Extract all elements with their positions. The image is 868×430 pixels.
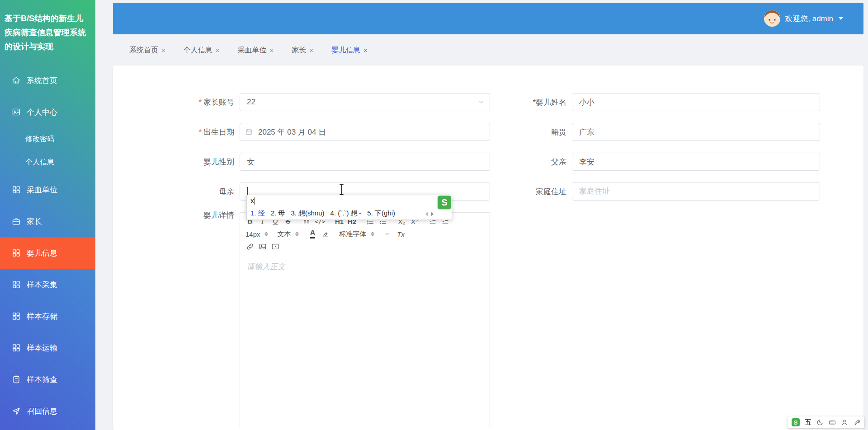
field-label-baby-name: *婴儿姓名 bbox=[490, 97, 572, 108]
sidebar-item-label: 采血单位 bbox=[27, 185, 57, 195]
parent-account-value[interactable] bbox=[240, 93, 490, 111]
required-mark: * bbox=[198, 128, 202, 136]
ime-next-button[interactable] bbox=[431, 212, 434, 216]
sidebar-item-change-password[interactable]: 修改密码 bbox=[0, 128, 95, 151]
ime-mode-indicator[interactable]: 五 bbox=[805, 418, 811, 427]
rich-text-editor: B I U S </> H1 H2 X₂ bbox=[240, 212, 490, 428]
required-mark: * bbox=[533, 98, 536, 107]
briefcase-icon bbox=[12, 217, 21, 226]
editor-toolbar-row: 14px 文本 A 标准字体 Tx bbox=[244, 228, 486, 240]
person-icon[interactable] bbox=[841, 419, 848, 426]
native-place-input[interactable] bbox=[572, 123, 820, 141]
tab-personal-info[interactable]: 个人信息 × bbox=[184, 46, 220, 55]
grid-icon bbox=[12, 185, 21, 194]
grid-icon bbox=[12, 280, 21, 289]
ime-candidate[interactable]: 4. (ˇ.ˇ) 想~ bbox=[330, 209, 362, 218]
text-type-dropdown[interactable]: 文本 bbox=[276, 229, 301, 240]
close-icon[interactable]: × bbox=[161, 47, 165, 54]
field-label-birth-date: *出生日期 bbox=[113, 127, 240, 137]
grid-icon bbox=[12, 343, 21, 352]
chevron-down-icon bbox=[478, 99, 485, 106]
app-title: 基于B/S结构的新生儿 疾病筛查信息管理系统 的设计与实现 bbox=[0, 0, 95, 54]
baby-name-input[interactable] bbox=[572, 93, 820, 111]
sidebar-item-label: 个人信息 bbox=[25, 158, 54, 167]
user-menu[interactable]: 欢迎您, admin bbox=[764, 10, 843, 27]
tab-parents[interactable]: 家长 × bbox=[292, 46, 313, 55]
form-row: 母亲 x 1. 经 2. 母 3. 想(shnu) 4. (ˇ.ˇ) 想~ bbox=[113, 182, 863, 201]
keyboard-icon[interactable] bbox=[829, 419, 836, 426]
editor-body[interactable]: 请输入正文 bbox=[240, 255, 490, 278]
form-row: 婴儿详情 B I U S </> H1 H2 bbox=[113, 212, 863, 428]
sidebar-item-label: 修改密码 bbox=[25, 135, 54, 144]
field-label-home-address: 家庭住址 bbox=[490, 187, 572, 197]
ime-paging bbox=[425, 212, 434, 216]
font-family-dropdown[interactable]: 标准字体 bbox=[338, 229, 376, 240]
link-button[interactable] bbox=[244, 241, 256, 252]
birth-date-value[interactable] bbox=[240, 123, 490, 141]
video-button[interactable] bbox=[269, 241, 282, 252]
sidebar-item-label: 家长 bbox=[27, 216, 42, 227]
sidebar-item-recall-info[interactable]: 召回信息 bbox=[0, 395, 95, 427]
sidebar-item-sample-storage[interactable]: 样本存储 bbox=[0, 300, 95, 332]
close-icon[interactable]: × bbox=[309, 47, 313, 54]
font-size-dropdown[interactable]: 14px bbox=[244, 229, 270, 240]
close-icon[interactable]: × bbox=[363, 47, 368, 54]
field-label-native-place: 籍贯 bbox=[490, 127, 572, 137]
ime-candidate[interactable]: 2. 母 bbox=[271, 209, 285, 218]
header-bar: 欢迎您, admin bbox=[113, 3, 863, 34]
wrench-icon[interactable] bbox=[853, 419, 860, 426]
field-label-baby-detail: 婴儿详情 bbox=[113, 209, 240, 222]
sidebar-item-baby-info[interactable]: 婴儿信息 bbox=[0, 237, 95, 269]
avatar bbox=[764, 10, 780, 27]
sidebar-item-home[interactable]: 系统首页 bbox=[0, 65, 95, 96]
tab-bar: 系统首页 × 个人信息 × 采血单位 × 家长 × 婴儿信息 × bbox=[113, 42, 863, 59]
editor-toolbar-row bbox=[244, 240, 486, 253]
main-area: 欢迎您, admin 系统首页 × 个人信息 × 采血单位 × 家长 × 婴儿信… bbox=[95, 0, 868, 430]
ime-candidate[interactable]: 3. 想(shnu) bbox=[291, 209, 324, 218]
moon-icon[interactable] bbox=[816, 419, 824, 426]
welcome-text: 欢迎您, admin bbox=[785, 14, 833, 24]
tab-baby-info[interactable]: 婴儿信息 × bbox=[331, 46, 368, 55]
ime-candidate[interactable]: 1. 经 bbox=[250, 209, 265, 218]
father-input[interactable] bbox=[572, 153, 820, 171]
mother-field: x 1. 经 2. 母 3. 想(shnu) 4. (ˇ.ˇ) 想~ 5. 下(… bbox=[240, 182, 490, 201]
sidebar-item-label: 样本筛查 bbox=[27, 374, 57, 385]
clear-format-button[interactable]: Tx bbox=[395, 229, 407, 240]
grid-icon bbox=[12, 248, 21, 257]
sidebar-item-blood-collection-unit[interactable]: 采血单位 bbox=[0, 174, 95, 206]
close-icon[interactable]: × bbox=[216, 47, 220, 54]
tab-blood-collection-unit[interactable]: 采血单位 × bbox=[238, 46, 274, 55]
field-label-mother: 母亲 bbox=[113, 187, 240, 197]
sidebar-item-profile-center[interactable]: 个人中心 bbox=[0, 96, 95, 128]
sidebar-item-sample-collection[interactable]: 样本采集 bbox=[0, 269, 95, 300]
close-icon[interactable]: × bbox=[270, 47, 274, 54]
sogou-logo[interactable]: S bbox=[792, 418, 800, 426]
form-row: *家长账号 *婴儿姓名 bbox=[113, 93, 863, 111]
align-button[interactable] bbox=[382, 229, 395, 240]
birth-date-picker[interactable] bbox=[240, 123, 490, 141]
sidebar-item-personal-info[interactable]: 个人信息 bbox=[0, 151, 95, 174]
ime-prev-button[interactable] bbox=[425, 212, 428, 216]
tab-home[interactable]: 系统首页 × bbox=[129, 46, 165, 55]
calendar-icon bbox=[245, 128, 253, 136]
baby-gender-input[interactable] bbox=[240, 153, 490, 171]
sidebar-menu: 系统首页 个人中心 修改密码 个人信息 采血单位 家长 婴儿信息 样本采集 bbox=[0, 65, 95, 427]
sidebar-item-parents[interactable]: 家长 bbox=[0, 206, 95, 237]
ime-typed-text: x bbox=[250, 197, 254, 205]
sidebar-item-label: 样本采集 bbox=[27, 280, 57, 290]
sidebar-item-label: 召回信息 bbox=[27, 406, 57, 416]
sidebar-item-sample-screening[interactable]: 样本筛查 bbox=[0, 364, 95, 395]
image-button[interactable] bbox=[256, 241, 269, 252]
parent-account-select[interactable] bbox=[240, 93, 490, 111]
native-place-field bbox=[572, 123, 820, 141]
form-row: 婴儿性别 父亲 bbox=[113, 153, 863, 171]
chevron-down-icon bbox=[839, 17, 843, 20]
app-title-line: 疾病筛查信息管理系统 bbox=[5, 26, 92, 40]
sidebar-item-sample-transport[interactable]: 样本运输 bbox=[0, 332, 95, 364]
ime-candidate[interactable]: 5. 下(ghi) bbox=[367, 209, 395, 218]
ime-status-bar: S 五 bbox=[788, 416, 864, 428]
home-address-input[interactable] bbox=[572, 182, 820, 201]
updown-icon bbox=[264, 232, 268, 236]
highlight-button[interactable] bbox=[319, 229, 332, 240]
font-color-button[interactable]: A bbox=[307, 229, 319, 240]
